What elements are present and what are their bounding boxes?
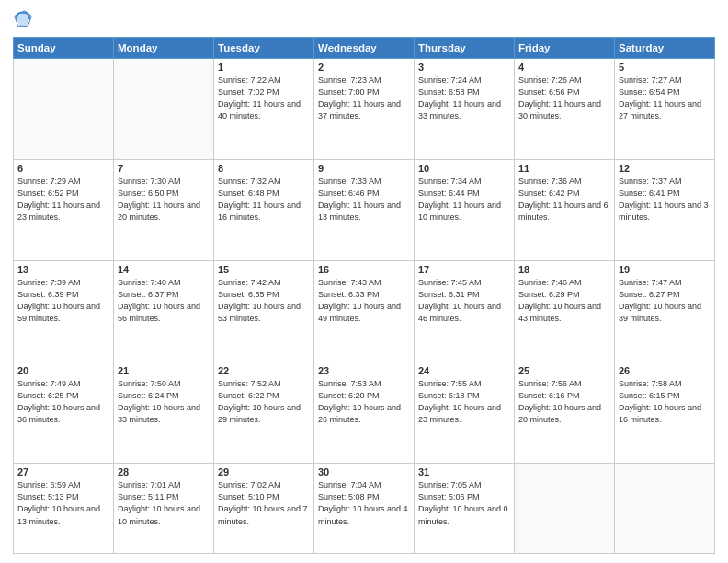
day-info: Sunrise: 7:34 AM Sunset: 6:44 PM Dayligh…	[418, 176, 510, 224]
day-number: 11	[518, 163, 610, 174]
logo	[13, 9, 33, 29]
calendar-cell: 4Sunrise: 7:26 AM Sunset: 6:56 PM Daylig…	[515, 59, 615, 160]
day-info: Sunrise: 7:46 AM Sunset: 6:29 PM Dayligh…	[518, 277, 610, 325]
day-number: 13	[17, 264, 109, 275]
day-info: Sunrise: 7:37 AM Sunset: 6:41 PM Dayligh…	[619, 176, 711, 224]
day-info: Sunrise: 7:55 AM Sunset: 6:18 PM Dayligh…	[418, 378, 510, 426]
calendar-cell: 20Sunrise: 7:49 AM Sunset: 6:25 PM Dayli…	[14, 362, 114, 464]
day-number: 24	[418, 365, 510, 376]
day-number: 10	[418, 163, 510, 174]
calendar-cell: 30Sunrise: 7:04 AM Sunset: 5:08 PM Dayli…	[314, 464, 415, 554]
calendar-cell: 27Sunrise: 6:59 AM Sunset: 5:13 PM Dayli…	[14, 464, 114, 554]
day-info: Sunrise: 7:58 AM Sunset: 6:15 PM Dayligh…	[619, 378, 711, 426]
day-info: Sunrise: 7:45 AM Sunset: 6:31 PM Dayligh…	[418, 277, 510, 325]
calendar-cell: 26Sunrise: 7:58 AM Sunset: 6:15 PM Dayli…	[615, 362, 715, 464]
day-info: Sunrise: 7:43 AM Sunset: 6:33 PM Dayligh…	[318, 277, 410, 325]
calendar-cell: 15Sunrise: 7:42 AM Sunset: 6:35 PM Dayli…	[214, 261, 314, 362]
day-info: Sunrise: 7:42 AM Sunset: 6:35 PM Dayligh…	[218, 277, 310, 325]
calendar-cell: 1Sunrise: 7:22 AM Sunset: 7:02 PM Daylig…	[214, 59, 314, 160]
day-number: 15	[218, 264, 310, 275]
day-info: Sunrise: 7:40 AM Sunset: 6:37 PM Dayligh…	[118, 277, 210, 325]
day-number: 20	[17, 365, 109, 376]
calendar-cell: 14Sunrise: 7:40 AM Sunset: 6:37 PM Dayli…	[114, 261, 214, 362]
calendar-cell	[515, 464, 615, 554]
page: SundayMondayTuesdayWednesdayThursdayFrid…	[0, 0, 728, 563]
day-number: 30	[318, 466, 410, 477]
day-info: Sunrise: 7:23 AM Sunset: 7:00 PM Dayligh…	[318, 75, 410, 122]
day-info: Sunrise: 7:01 AM Sunset: 5:11 PM Dayligh…	[118, 479, 210, 527]
day-number: 5	[619, 62, 711, 73]
calendar-cell	[14, 59, 114, 160]
day-info: Sunrise: 7:56 AM Sunset: 6:16 PM Dayligh…	[518, 378, 610, 426]
calendar-cell: 22Sunrise: 7:52 AM Sunset: 6:22 PM Dayli…	[214, 362, 314, 464]
weekday-header: Thursday	[415, 38, 515, 59]
weekday-header: Monday	[114, 38, 214, 59]
day-info: Sunrise: 7:50 AM Sunset: 6:24 PM Dayligh…	[118, 378, 210, 426]
calendar-cell: 8Sunrise: 7:32 AM Sunset: 6:48 PM Daylig…	[214, 160, 314, 261]
day-number: 18	[518, 264, 610, 275]
calendar-cell: 11Sunrise: 7:36 AM Sunset: 6:42 PM Dayli…	[515, 160, 615, 261]
day-info: Sunrise: 7:36 AM Sunset: 6:42 PM Dayligh…	[518, 176, 610, 224]
calendar-cell: 21Sunrise: 7:50 AM Sunset: 6:24 PM Dayli…	[114, 362, 214, 464]
calendar-week-row: 27Sunrise: 6:59 AM Sunset: 5:13 PM Dayli…	[14, 464, 715, 554]
calendar-cell: 12Sunrise: 7:37 AM Sunset: 6:41 PM Dayli…	[615, 160, 715, 261]
day-info: Sunrise: 7:53 AM Sunset: 6:20 PM Dayligh…	[318, 378, 410, 426]
day-number: 4	[518, 62, 610, 73]
day-info: Sunrise: 7:52 AM Sunset: 6:22 PM Dayligh…	[218, 378, 310, 426]
calendar-week-row: 20Sunrise: 7:49 AM Sunset: 6:25 PM Dayli…	[14, 362, 715, 464]
weekday-header: Friday	[515, 38, 615, 59]
day-info: Sunrise: 7:05 AM Sunset: 5:06 PM Dayligh…	[418, 479, 510, 527]
day-info: Sunrise: 7:30 AM Sunset: 6:50 PM Dayligh…	[118, 176, 210, 224]
calendar-cell: 10Sunrise: 7:34 AM Sunset: 6:44 PM Dayli…	[415, 160, 515, 261]
day-info: Sunrise: 7:29 AM Sunset: 6:52 PM Dayligh…	[17, 176, 109, 224]
calendar-cell	[114, 59, 214, 160]
day-number: 2	[318, 62, 410, 73]
calendar-cell: 5Sunrise: 7:27 AM Sunset: 6:54 PM Daylig…	[615, 59, 715, 160]
calendar-cell: 18Sunrise: 7:46 AM Sunset: 6:29 PM Dayli…	[515, 261, 615, 362]
day-number: 29	[218, 466, 310, 477]
day-info: Sunrise: 7:26 AM Sunset: 6:56 PM Dayligh…	[518, 75, 610, 122]
day-info: Sunrise: 7:32 AM Sunset: 6:48 PM Dayligh…	[218, 176, 310, 224]
day-info: Sunrise: 7:27 AM Sunset: 6:54 PM Dayligh…	[619, 75, 711, 122]
day-number: 27	[17, 466, 109, 477]
day-number: 3	[418, 62, 510, 73]
day-info: Sunrise: 7:04 AM Sunset: 5:08 PM Dayligh…	[318, 479, 410, 527]
calendar-week-row: 1Sunrise: 7:22 AM Sunset: 7:02 PM Daylig…	[14, 59, 715, 160]
calendar-cell: 24Sunrise: 7:55 AM Sunset: 6:18 PM Dayli…	[415, 362, 515, 464]
day-number: 31	[418, 466, 510, 477]
calendar-cell: 13Sunrise: 7:39 AM Sunset: 6:39 PM Dayli…	[14, 261, 114, 362]
day-info: Sunrise: 7:47 AM Sunset: 6:27 PM Dayligh…	[619, 277, 711, 325]
day-number: 21	[118, 365, 210, 376]
day-number: 14	[118, 264, 210, 275]
day-number: 8	[218, 163, 310, 174]
header	[13, 9, 715, 29]
day-number: 7	[118, 163, 210, 174]
calendar-cell: 28Sunrise: 7:01 AM Sunset: 5:11 PM Dayli…	[114, 464, 214, 554]
day-number: 22	[218, 365, 310, 376]
calendar-cell: 23Sunrise: 7:53 AM Sunset: 6:20 PM Dayli…	[314, 362, 415, 464]
calendar-cell: 25Sunrise: 7:56 AM Sunset: 6:16 PM Dayli…	[515, 362, 615, 464]
calendar-cell: 29Sunrise: 7:02 AM Sunset: 5:10 PM Dayli…	[214, 464, 314, 554]
day-info: Sunrise: 7:39 AM Sunset: 6:39 PM Dayligh…	[17, 277, 109, 325]
day-info: Sunrise: 6:59 AM Sunset: 5:13 PM Dayligh…	[17, 479, 109, 527]
day-number: 26	[619, 365, 711, 376]
weekday-header: Saturday	[615, 38, 715, 59]
day-number: 16	[318, 264, 410, 275]
calendar-cell: 16Sunrise: 7:43 AM Sunset: 6:33 PM Dayli…	[314, 261, 415, 362]
day-info: Sunrise: 7:24 AM Sunset: 6:58 PM Dayligh…	[418, 75, 510, 122]
day-info: Sunrise: 7:49 AM Sunset: 6:25 PM Dayligh…	[17, 378, 109, 426]
day-info: Sunrise: 7:22 AM Sunset: 7:02 PM Dayligh…	[218, 75, 310, 122]
calendar-cell: 31Sunrise: 7:05 AM Sunset: 5:06 PM Dayli…	[415, 464, 515, 554]
day-info: Sunrise: 7:33 AM Sunset: 6:46 PM Dayligh…	[318, 176, 410, 224]
logo-icon	[13, 9, 33, 29]
calendar-cell	[615, 464, 715, 554]
day-number: 12	[619, 163, 711, 174]
calendar-cell: 2Sunrise: 7:23 AM Sunset: 7:00 PM Daylig…	[314, 59, 415, 160]
weekday-header: Tuesday	[214, 38, 314, 59]
calendar-cell: 17Sunrise: 7:45 AM Sunset: 6:31 PM Dayli…	[415, 261, 515, 362]
calendar-cell: 19Sunrise: 7:47 AM Sunset: 6:27 PM Dayli…	[615, 261, 715, 362]
calendar-table: SundayMondayTuesdayWednesdayThursdayFrid…	[13, 37, 715, 554]
day-number: 28	[118, 466, 210, 477]
day-number: 9	[318, 163, 410, 174]
calendar-cell: 3Sunrise: 7:24 AM Sunset: 6:58 PM Daylig…	[415, 59, 515, 160]
